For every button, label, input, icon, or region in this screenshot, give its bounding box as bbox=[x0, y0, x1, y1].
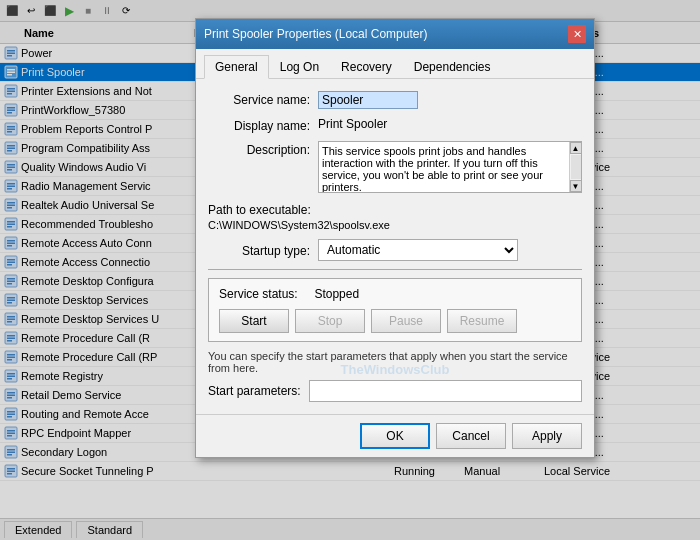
params-input[interactable] bbox=[309, 380, 582, 402]
ok-button[interactable]: OK bbox=[360, 423, 430, 449]
dialog-content: Service name: Spooler Display name: Prin… bbox=[196, 79, 594, 414]
service-name-row: Service name: Spooler bbox=[208, 91, 582, 109]
description-text: This service spools print jobs and handl… bbox=[322, 145, 578, 193]
display-name-label: Display name: bbox=[208, 117, 318, 133]
pause-button[interactable]: Pause bbox=[371, 309, 441, 333]
stop-button[interactable]: Stop bbox=[295, 309, 365, 333]
dialog-footer: OK Cancel Apply bbox=[196, 414, 594, 457]
properties-dialog: Print Spooler Properties (Local Computer… bbox=[195, 18, 595, 458]
description-label: Description: bbox=[208, 141, 318, 157]
path-label: Path to executable: bbox=[208, 201, 311, 219]
dialog-tabs: General Log On Recovery Dependencies bbox=[196, 49, 594, 79]
service-name-value: Spooler bbox=[318, 91, 418, 109]
status-buttons: Start Stop Pause Resume bbox=[219, 309, 571, 333]
tab-recovery[interactable]: Recovery bbox=[330, 55, 403, 79]
service-status-section: Service status: Stopped Start Stop Pause… bbox=[208, 278, 582, 342]
start-button[interactable]: Start bbox=[219, 309, 289, 333]
tab-logon[interactable]: Log On bbox=[269, 55, 330, 79]
startup-type-row: Startup type: Automatic Manual Disabled bbox=[208, 239, 582, 261]
cancel-button[interactable]: Cancel bbox=[436, 423, 506, 449]
resume-button[interactable]: Resume bbox=[447, 309, 517, 333]
description-scrollbar[interactable]: ▲ ▼ bbox=[569, 142, 581, 192]
path-value: C:\WINDOWS\System32\spoolsv.exe bbox=[208, 219, 390, 231]
path-row: Path to executable: C:\WINDOWS\System32\… bbox=[208, 201, 582, 231]
description-box: This service spools print jobs and handl… bbox=[318, 141, 582, 193]
service-status-label: Service status: bbox=[219, 287, 298, 301]
status-label-row: Service status: Stopped bbox=[219, 287, 571, 301]
divider bbox=[208, 269, 582, 270]
scroll-down-btn[interactable]: ▼ bbox=[570, 180, 582, 192]
dialog-close-button[interactable]: ✕ bbox=[568, 25, 586, 43]
service-name-label: Service name: bbox=[208, 91, 318, 107]
apply-button[interactable]: Apply bbox=[512, 423, 582, 449]
startup-label: Startup type: bbox=[208, 242, 318, 258]
tab-dependencies[interactable]: Dependencies bbox=[403, 55, 502, 79]
tab-general[interactable]: General bbox=[204, 55, 269, 79]
scroll-up-btn[interactable]: ▲ bbox=[570, 142, 582, 154]
description-row: Description: This service spools print j… bbox=[208, 141, 582, 193]
params-label: Start parameters: bbox=[208, 384, 301, 398]
service-status-value: Stopped bbox=[314, 287, 359, 301]
dialog-title: Print Spooler Properties (Local Computer… bbox=[204, 27, 427, 41]
params-desc: You can specify the start parameters tha… bbox=[208, 350, 582, 374]
display-name-value: Print Spooler bbox=[318, 117, 387, 131]
display-name-row: Display name: Print Spooler bbox=[208, 117, 582, 133]
startup-select[interactable]: Automatic Manual Disabled bbox=[318, 239, 518, 261]
start-params-row: You can specify the start parameters tha… bbox=[208, 350, 582, 402]
dialog-titlebar: Print Spooler Properties (Local Computer… bbox=[196, 19, 594, 49]
